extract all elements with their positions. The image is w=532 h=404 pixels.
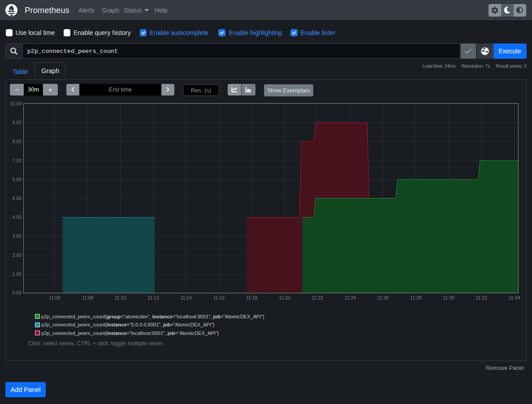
svg-text:4.00: 4.00	[13, 214, 22, 220]
svg-text:11:28: 11:28	[410, 295, 422, 300]
svg-text:9.00: 9.00	[13, 120, 22, 125]
svg-text:11:18: 11:18	[246, 295, 258, 300]
svg-text:8.00: 8.00	[13, 139, 22, 144]
svg-text:5.00: 5.00	[13, 195, 22, 201]
svg-text:11:32: 11:32	[476, 295, 488, 300]
svg-text:11:24: 11:24	[345, 295, 356, 300]
svg-text:11:12: 11:12	[147, 295, 159, 300]
svg-text:7.00: 7.00	[13, 158, 22, 163]
svg-text:11:08: 11:08	[82, 295, 94, 300]
svg-text:6.00: 6.00	[13, 177, 22, 182]
svg-text:0.00: 0.00	[13, 290, 22, 295]
svg-text:11:30: 11:30	[443, 295, 454, 300]
svg-text:11:10: 11:10	[115, 295, 126, 300]
svg-text:3.00: 3.00	[13, 233, 22, 239]
svg-text:11:26: 11:26	[377, 295, 389, 300]
svg-text:11:14: 11:14	[180, 295, 192, 300]
svg-text:1.00: 1.00	[13, 271, 22, 277]
svg-text:11:06: 11:06	[49, 295, 61, 300]
svg-text:11:16: 11:16	[213, 295, 225, 300]
svg-text:11:20: 11:20	[279, 295, 290, 300]
svg-text:2.00: 2.00	[13, 252, 22, 258]
svg-text:11:34: 11:34	[509, 295, 520, 300]
svg-text:11:22: 11:22	[311, 295, 323, 300]
svg-text:10.00: 10.00	[10, 101, 22, 106]
